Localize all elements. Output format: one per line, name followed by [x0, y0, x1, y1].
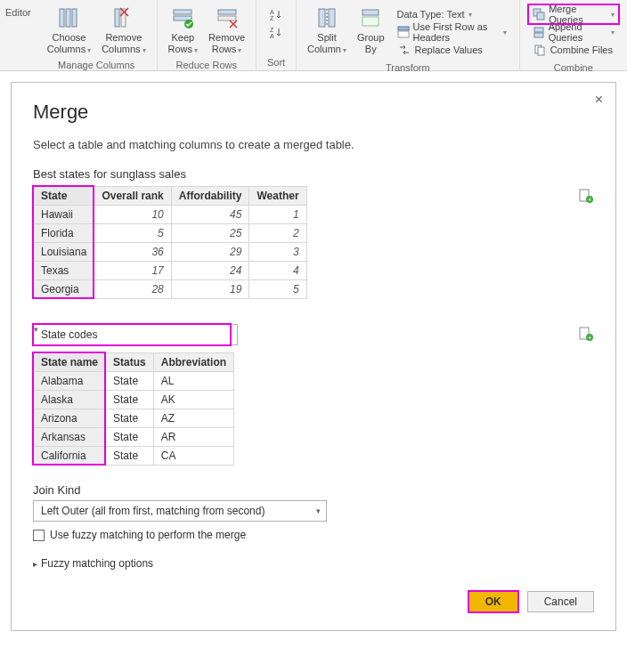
table-row[interactable]: AlabamaStateAL	[34, 372, 234, 391]
data-type-button[interactable]: Data Type: Text▾	[394, 5, 510, 23]
svg-text:A: A	[270, 9, 274, 15]
table-row[interactable]: Georgia28195	[34, 280, 307, 299]
svg-rect-21	[362, 10, 379, 15]
remove-rows-icon	[215, 5, 240, 30]
fuzzy-checkbox-row[interactable]: Use fuzzy matching to perform the merge	[33, 529, 594, 541]
ok-button[interactable]: OK	[468, 591, 518, 612]
close-icon[interactable]: ×	[595, 92, 603, 108]
choose-columns-icon	[56, 5, 81, 30]
remove-rows-button[interactable]: Remove Rows	[203, 4, 250, 58]
append-queries-button[interactable]: Append Queries▾	[529, 23, 618, 41]
fuzzy-options-expander[interactable]: Fuzzy matching options	[33, 557, 594, 570]
merge-icon	[533, 7, 545, 21]
checkbox-icon	[33, 530, 45, 541]
column-header[interactable]: Status	[106, 353, 154, 372]
join-kind-select[interactable]: Left Outer (all from first, matching fro…	[33, 500, 327, 522]
svg-rect-24	[398, 31, 409, 37]
choose-columns-button[interactable]: Choose Columns	[42, 4, 96, 58]
replace-icon	[397, 43, 411, 57]
cancel-button[interactable]: Cancel	[527, 591, 594, 612]
dialog-subtitle: Select a table and matching columns to c…	[33, 138, 594, 151]
svg-rect-2	[72, 9, 77, 27]
column-header[interactable]: State name	[34, 353, 106, 372]
keep-rows-button[interactable]: Keep Rows	[163, 4, 204, 58]
table-row[interactable]: Louisiana36293	[34, 243, 307, 262]
svg-rect-26	[537, 12, 544, 20]
svg-text:Z: Z	[270, 27, 274, 33]
merge-dialog: × Merge Select a table and matching colu…	[11, 82, 616, 631]
column-header[interactable]: Abbreviation	[153, 353, 233, 372]
svg-rect-11	[218, 16, 236, 20]
sort-group-label: Sort	[267, 55, 285, 70]
replace-values-button[interactable]: Replace Values	[394, 41, 510, 59]
sort-asc-button[interactable]: AZ	[265, 5, 287, 23]
svg-text:A: A	[270, 33, 274, 38]
merge-queries-button[interactable]: Merge Queries▾	[529, 5, 618, 23]
table-row[interactable]: Florida5252	[34, 224, 307, 243]
combine-group-label: Combine	[554, 61, 593, 76]
column-header[interactable]: Weather	[249, 187, 306, 206]
transform-group-label: Transform	[386, 61, 430, 76]
combine-files-button[interactable]: Combine Files	[529, 41, 618, 59]
remove-columns-icon	[111, 5, 136, 30]
sort-asc-icon: AZ	[269, 7, 283, 21]
table-options-icon-2[interactable]: +	[578, 326, 594, 342]
svg-rect-22	[362, 17, 379, 26]
reduce-rows-group-label: Reduce Rows	[176, 58, 237, 73]
svg-text:+: +	[588, 335, 591, 341]
sort-desc-icon: ZA	[269, 25, 283, 39]
svg-text:Z: Z	[270, 15, 274, 20]
column-header[interactable]: Affordability	[171, 187, 249, 206]
sort-desc-button[interactable]: ZA	[265, 23, 287, 41]
table1[interactable]: StateOverall rankAffordabilityWeatherHaw…	[33, 186, 307, 299]
column-header[interactable]: Overall rank	[94, 187, 171, 206]
dialog-title: Merge	[33, 101, 594, 124]
headers-icon	[397, 25, 410, 39]
svg-rect-23	[398, 27, 409, 30]
svg-rect-7	[174, 10, 191, 14]
table2[interactable]: State nameStatusAbbreviationAlabamaState…	[33, 352, 234, 466]
svg-rect-30	[538, 47, 544, 55]
split-column-icon	[314, 5, 339, 30]
svg-rect-28	[534, 33, 543, 37]
split-column-button[interactable]: Split Column	[302, 4, 352, 58]
table2-selector[interactable]: State codes	[33, 324, 238, 345]
append-icon	[533, 25, 545, 39]
svg-rect-0	[60, 9, 64, 27]
keep-rows-icon	[170, 5, 195, 30]
table1-label: Best states for sunglass sales	[33, 167, 594, 181]
table-options-icon[interactable]: +	[578, 188, 594, 204]
svg-rect-18	[319, 9, 325, 27]
editor-tab: Editor	[0, 0, 37, 70]
join-kind-label: Join Kind	[33, 483, 594, 497]
use-first-row-button[interactable]: Use First Row as Headers▾	[394, 23, 510, 41]
table-row[interactable]: CaliforniaStateCA	[34, 447, 234, 466]
remove-columns-button[interactable]: Remove Columns	[96, 4, 151, 58]
group-by-icon	[358, 5, 383, 30]
svg-text:+: +	[588, 197, 591, 203]
table-row[interactable]: AlaskaStateAK	[34, 391, 234, 409]
ribbon: Editor Choose Columns Remove Columns Man…	[0, 0, 627, 71]
table-row[interactable]: Hawaii10451	[34, 206, 307, 224]
table-row[interactable]: ArizonaStateAZ	[34, 409, 234, 428]
svg-rect-19	[329, 9, 335, 27]
svg-rect-3	[115, 9, 119, 27]
svg-rect-27	[534, 28, 543, 32]
table-row[interactable]: ArkansasStateAR	[34, 428, 234, 447]
column-header[interactable]: State	[34, 187, 94, 206]
svg-rect-1	[66, 9, 70, 27]
combine-files-icon	[533, 43, 547, 57]
group-by-button[interactable]: Group By	[352, 4, 390, 57]
manage-columns-group-label: Manage Columns	[58, 58, 134, 73]
table-row[interactable]: Texas17244	[34, 262, 307, 280]
svg-rect-10	[218, 10, 236, 14]
